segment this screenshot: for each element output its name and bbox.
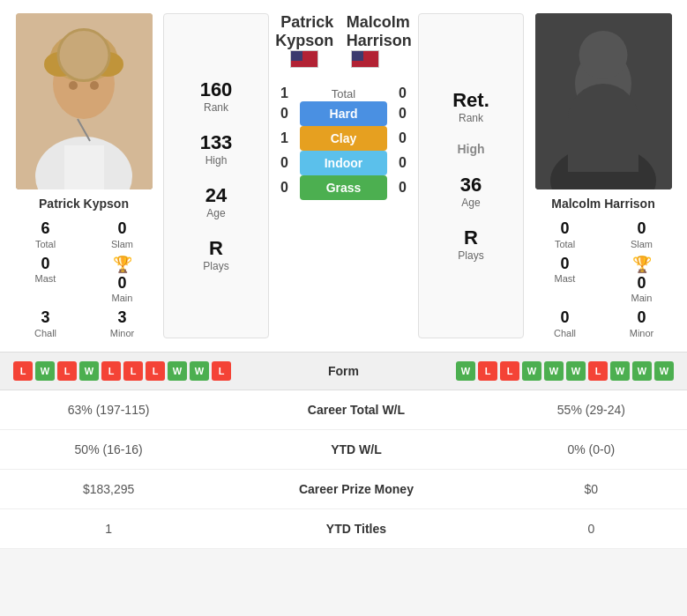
form-badge-right-8: W: [632, 361, 652, 381]
main-value-left: 0: [117, 274, 126, 293]
svg-point-5: [92, 52, 123, 77]
score-right-indoor: 0: [392, 155, 414, 171]
stat-left-2: $183,295: [0, 469, 217, 508]
middle-stats-right: Ret. Rank High 36 Age R Plays: [418, 13, 524, 338]
age-stat-left: 24 Age: [205, 184, 227, 219]
slam-stat-right: 0 Slam: [609, 219, 674, 249]
slam-label-left: Slam: [111, 239, 133, 249]
flag-left: [290, 50, 318, 68]
rank-label-right: Rank: [459, 112, 483, 124]
stat-right-2: $0: [496, 469, 687, 508]
form-badge-right-1: L: [478, 361, 497, 381]
player-right-stats: 0 Total 0 Slam 0 Mast 🏆 0 Main 0: [528, 219, 678, 338]
age-value-right: 36: [460, 174, 482, 197]
score-left-indoor: 0: [273, 155, 295, 171]
rank-stat-left: 160 Rank: [200, 78, 233, 114]
high-label-left: High: [205, 154, 228, 167]
age-stat-right: 36 Age: [460, 174, 482, 209]
score-left-grass: 0: [273, 180, 295, 196]
score-right-hard: 0: [392, 106, 414, 122]
trophy-stat-right: 🏆 0 Main: [609, 255, 674, 304]
minor-value-right: 0: [637, 308, 646, 328]
plays-value-left: R: [209, 237, 223, 260]
form-badges-left: LWLWLLLWWL: [13, 361, 304, 381]
plays-label-left: Plays: [203, 260, 228, 272]
rank-value-left: 160: [200, 78, 233, 101]
stat-right-1: 0% (0-0): [496, 429, 687, 469]
form-badge-left-9: L: [212, 361, 231, 381]
form-badge-left-2: L: [57, 361, 77, 381]
player-name-header-right: MalcolmHarrison: [347, 13, 412, 72]
middle-stats-left: 160 Rank 133 High 24 Age R Plays: [163, 13, 269, 338]
minor-label-left: Minor: [110, 328, 135, 338]
player-left: Patrick Kypson 6 Total 0 Slam 0 Mast 🏆 0: [9, 13, 159, 338]
stat-center-1: YTD W/L: [217, 429, 496, 469]
trophy-icon-left: 🏆: [113, 255, 132, 274]
mast-value-left: 0: [41, 255, 49, 274]
slam-value-left: 0: [117, 219, 126, 239]
svg-point-4: [44, 52, 76, 77]
form-badge-right-6: L: [588, 361, 608, 381]
total-value-right: 0: [560, 219, 569, 239]
form-badge-left-4: L: [101, 361, 121, 381]
form-badge-left-7: W: [168, 361, 187, 381]
svg-point-6: [69, 81, 78, 90]
form-label: Form: [309, 364, 379, 378]
player-right: Malcolm Harrison 0 Total 0 Slam 0 Mast 🏆…: [528, 13, 678, 338]
stat-right-3: 0: [496, 508, 687, 548]
total-stat-left: 6 Total: [13, 219, 78, 249]
stat-center-0: Career Total W/L: [217, 390, 496, 430]
stat-left-1: 50% (16-16): [0, 429, 217, 469]
stats-row-3: 1 YTD Titles 0: [0, 508, 687, 548]
total-score-right: 0: [392, 85, 414, 101]
slam-label-right: Slam: [631, 239, 653, 249]
form-badge-left-6: L: [146, 361, 165, 381]
top-section: Patrick Kypson 6 Total 0 Slam 0 Mast 🏆 0: [0, 0, 687, 352]
rank-stat-right: Ret. Rank: [452, 89, 489, 124]
score-left-clay: 1: [273, 130, 295, 146]
svg-rect-8: [64, 145, 104, 189]
chall-label-left: Chall: [34, 328, 56, 338]
surface-btn-hard: Hard: [300, 101, 387, 126]
total-label: Total: [300, 87, 387, 100]
form-badge-left-0: L: [13, 361, 33, 381]
score-right-clay: 0: [392, 130, 414, 146]
svg-point-12: [575, 50, 631, 117]
surface-btn-indoor: Indoor: [300, 151, 387, 175]
form-badge-left-5: L: [123, 361, 143, 381]
mast-stat-right: 0 Mast: [533, 255, 597, 304]
player-name-left: Patrick Kypson: [39, 197, 129, 211]
form-badge-right-4: W: [544, 361, 564, 381]
svg-rect-13: [595, 112, 611, 130]
player-photo-left: [16, 13, 153, 189]
player-names-row: PatrickKypson MalcolmHarrison: [273, 13, 414, 72]
high-value-right: High: [457, 142, 484, 156]
score-left-hard: 0: [273, 106, 295, 122]
slam-value-right: 0: [637, 219, 646, 239]
chall-value-right: 0: [560, 308, 569, 328]
form-badge-left-3: W: [79, 361, 99, 381]
surface-row-hard: 0 Hard 0: [273, 101, 414, 126]
form-badge-right-2: L: [500, 361, 519, 381]
form-badge-left-1: W: [35, 361, 55, 381]
form-badge-right-7: W: [610, 361, 630, 381]
stat-left-3: 1: [0, 508, 217, 548]
surface-row-indoor: 0 Indoor 0: [273, 151, 414, 175]
form-badges-right: WLLWWWLWWW: [384, 361, 675, 381]
surface-row-clay: 1 Clay 0: [273, 126, 414, 151]
player-left-stats: 6 Total 0 Slam 0 Mast 🏆 0 Main 3: [9, 219, 159, 338]
main-label-left: Main: [112, 293, 133, 303]
plays-value-right: R: [464, 226, 478, 249]
mast-label-right: Mast: [555, 273, 576, 284]
total-label-left: Total: [35, 239, 56, 249]
stats-row-2: $183,295 Career Prize Money $0: [0, 469, 687, 508]
total-label-right: Total: [555, 239, 575, 249]
form-badge-right-9: W: [654, 361, 674, 381]
chall-stat-left: 3 Chall: [13, 308, 78, 338]
minor-value-left: 3: [117, 308, 126, 328]
minor-label-right: Minor: [630, 328, 654, 338]
stats-row-1: 50% (16-16) YTD W/L 0% (0-0): [0, 429, 687, 469]
player-name-right: Malcolm Harrison: [551, 197, 654, 211]
form-section: LWLWLLLWWL Form WLLWWWLWWW: [0, 352, 687, 390]
main-value-right: 0: [637, 274, 646, 293]
